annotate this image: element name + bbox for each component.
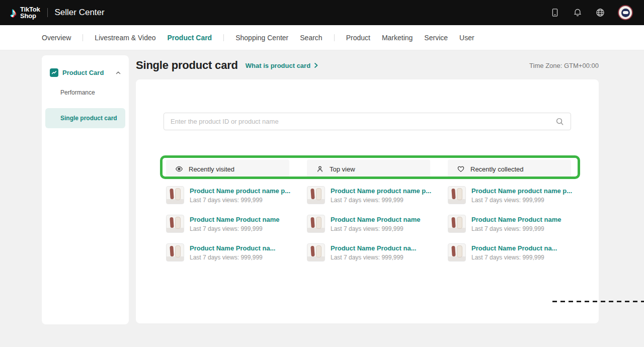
help-link-label: What is product card <box>246 62 310 69</box>
mobile-icon[interactable] <box>550 8 560 18</box>
user-icon <box>316 165 324 173</box>
timezone-label: Time Zone: GTM+00:00 <box>529 62 599 69</box>
product-search <box>164 113 571 130</box>
column-header-label: Recently visited <box>189 165 234 173</box>
product-title[interactable]: Product Name Product na... <box>190 243 275 252</box>
column-header-recently-visited: Recently visited <box>166 159 289 179</box>
seller-center-title: Seller Center <box>55 8 105 18</box>
nav-item-marketing[interactable]: Marketing <box>382 34 413 42</box>
product-title[interactable]: Product Name Product name <box>190 215 279 223</box>
product-columns-area: Recently visited Product Name product na… <box>164 159 571 265</box>
sidebar-section-product-card[interactable]: Product Card <box>42 68 129 77</box>
product-title[interactable]: Product Name Product na... <box>331 243 416 252</box>
main-content: Single product card What is product card… <box>129 50 644 323</box>
nav-separator <box>334 34 335 41</box>
column-header-top-view: Top view <box>307 159 430 179</box>
nav-separator <box>83 34 83 41</box>
product-title[interactable]: Product Name Product name <box>471 215 561 223</box>
heart-icon <box>457 165 465 173</box>
content-layout: Product Card Performance Single product … <box>0 50 644 324</box>
page-title: Single product card <box>136 59 238 72</box>
sidebar-section-label: Product Card <box>62 69 104 76</box>
product-views: Last 7 days views: 999,999 <box>190 225 279 232</box>
product-title[interactable]: Product Name product name p... <box>190 186 290 195</box>
main-navbar: Overview Livestream & Video Product Card… <box>0 25 644 50</box>
what-is-product-card-link[interactable]: What is product card <box>246 62 319 69</box>
brand-divider <box>47 8 48 17</box>
sidebar-item-single-product-card[interactable]: Single product card <box>45 108 125 128</box>
column-header-label: Recently collected <box>470 165 524 173</box>
product-thumbnail <box>307 186 325 204</box>
product-views: Last 7 days views: 999,999 <box>471 197 572 204</box>
product-views: Last 7 days views: 999,999 <box>190 197 290 204</box>
product-thumbnail <box>448 186 466 204</box>
product-thumbnail <box>166 186 184 204</box>
product-thumbnail <box>307 215 325 233</box>
product-list-item[interactable]: Product Name Product na... Last 7 days v… <box>307 243 430 265</box>
product-list-item[interactable]: Product Name Product na... Last 7 days v… <box>166 243 289 265</box>
nav-item-product-card[interactable]: Product Card <box>168 34 212 42</box>
avatar-badge <box>621 9 630 17</box>
product-views: Last 7 days views: 999,999 <box>190 254 275 261</box>
nav-separator <box>223 34 224 41</box>
sidebar: Product Card Performance Single product … <box>42 55 129 324</box>
tiktok-shop-brand[interactable]: ♪ TikTok Shop Seller Center <box>10 6 105 19</box>
column-header-label: Top view <box>330 165 355 173</box>
column-top-view: Top view Product Name product name p... … <box>307 159 430 265</box>
eye-icon <box>175 165 183 173</box>
product-views: Last 7 days views: 999,999 <box>471 225 561 232</box>
product-thumbnail <box>307 243 325 262</box>
product-list-item[interactable]: Product Name product name p... Last 7 da… <box>307 186 430 207</box>
nav-item-search[interactable]: Search <box>300 34 322 42</box>
nav-item-product[interactable]: Product <box>346 34 370 42</box>
product-views: Last 7 days views: 999,999 <box>331 254 416 261</box>
product-thumbnail <box>166 215 184 233</box>
single-product-card-panel: Recently visited Product Name product na… <box>136 79 599 323</box>
nav-item-service[interactable]: Service <box>424 34 448 42</box>
product-thumbnail <box>166 243 184 262</box>
product-views: Last 7 days views: 999,999 <box>331 225 420 232</box>
logo-line2: Shop <box>20 13 40 19</box>
product-title[interactable]: Product Name product name p... <box>471 186 572 195</box>
product-list-item[interactable]: Product Name Product name Last 7 days vi… <box>166 215 289 236</box>
nav-item-overview[interactable]: Overview <box>42 34 71 42</box>
chevron-up-icon <box>115 70 121 76</box>
product-list-item[interactable]: Product Name product name p... Last 7 da… <box>166 186 289 207</box>
nav-item-shopping-center[interactable]: Shopping Center <box>235 34 288 42</box>
product-list-item[interactable]: Product Name Product na... Last 7 days v… <box>448 243 571 265</box>
product-list-item[interactable]: Product Name product name p... Last 7 da… <box>448 186 571 207</box>
product-list-item[interactable]: Product Name Product name Last 7 days vi… <box>448 215 571 236</box>
chart-icon <box>50 68 58 77</box>
tiktok-logo-icon: ♪ <box>10 6 17 19</box>
search-icon[interactable] <box>555 117 564 126</box>
topbar-actions <box>550 5 633 20</box>
product-title[interactable]: Product Name product name p... <box>331 186 431 195</box>
page-header: Single product card What is product card… <box>136 55 599 75</box>
column-recently-collected: Recently collected Product Name product … <box>448 159 571 265</box>
tiktok-shop-logo-text: TikTok Shop <box>20 6 40 19</box>
nav-item-livestream-video[interactable]: Livestream & Video <box>95 34 155 42</box>
search-input[interactable] <box>164 113 571 130</box>
user-avatar[interactable] <box>618 5 633 20</box>
product-title[interactable]: Product Name Product name <box>331 215 420 223</box>
globe-icon[interactable] <box>595 8 605 18</box>
column-recently-visited: Recently visited Product Name product na… <box>166 159 289 265</box>
bell-icon[interactable] <box>573 8 583 18</box>
product-columns: Recently visited Product Name product na… <box>164 159 571 265</box>
product-list-item[interactable]: Product Name Product name Last 7 days vi… <box>307 215 430 236</box>
product-thumbnail <box>448 215 466 233</box>
topbar: ♪ TikTok Shop Seller Center <box>0 0 644 25</box>
product-title[interactable]: Product Name Product na... <box>471 243 557 252</box>
chevron-right-icon <box>313 62 319 68</box>
product-thumbnail <box>448 243 466 262</box>
nav-item-user[interactable]: User <box>459 34 474 42</box>
column-header-recently-collected: Recently collected <box>448 159 571 179</box>
product-views: Last 7 days views: 999,999 <box>331 197 431 204</box>
sidebar-item-performance[interactable]: Performance <box>42 82 129 101</box>
product-views: Last 7 days views: 999,999 <box>471 254 557 261</box>
